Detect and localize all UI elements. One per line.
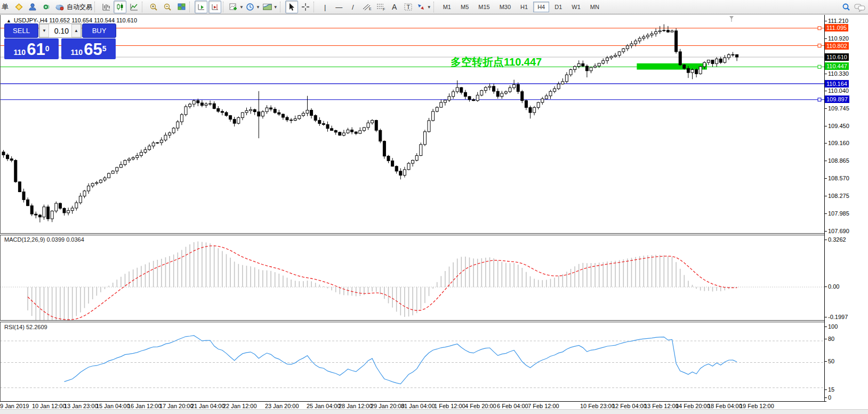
candlestick-chart-icon bbox=[116, 3, 125, 11]
candle-body bbox=[399, 171, 402, 176]
rsi-tick bbox=[824, 389, 827, 390]
zoom-in-button[interactable] bbox=[147, 1, 160, 13]
dropdown-caret: ▼ bbox=[274, 5, 278, 10]
candle-body bbox=[736, 54, 738, 57]
candle-body bbox=[103, 178, 106, 180]
volume-increase-button[interactable]: ▲ bbox=[71, 24, 81, 37]
panel-collapse-arrow[interactable]: ▲ bbox=[6, 18, 11, 23]
tile-windows-button[interactable] bbox=[175, 1, 188, 13]
periods-button[interactable]: ▼ bbox=[245, 1, 261, 13]
timeframe-D1[interactable]: D1 bbox=[550, 2, 566, 12]
price-tick bbox=[824, 108, 827, 109]
level-line-handle[interactable] bbox=[818, 44, 821, 47]
macd-pane[interactable] bbox=[0, 235, 824, 320]
candle-body bbox=[160, 140, 163, 142]
candle-body bbox=[711, 60, 714, 64]
candle-body bbox=[176, 122, 179, 128]
text-icon: A bbox=[392, 3, 397, 11]
dropdown-caret: ▼ bbox=[256, 5, 260, 10]
candle-body bbox=[245, 110, 248, 113]
candle-body bbox=[585, 66, 588, 71]
horizontal-line-tool[interactable]: — bbox=[333, 1, 345, 13]
price-badge: 110.164 bbox=[825, 80, 849, 87]
chart-shift-button[interactable] bbox=[208, 1, 221, 13]
vertical-line-tool[interactable]: | bbox=[319, 1, 332, 13]
timeframe-W1[interactable]: W1 bbox=[567, 2, 585, 12]
candle-body bbox=[545, 96, 548, 99]
indicators-icon bbox=[229, 3, 238, 11]
candle-body bbox=[493, 86, 495, 91]
auto-scroll-button[interactable] bbox=[195, 1, 207, 13]
indicators-button[interactable]: ▼ bbox=[228, 1, 244, 13]
candle-body bbox=[359, 131, 361, 133]
toolbar-separator bbox=[142, 2, 144, 12]
main-chart-pane[interactable] bbox=[0, 15, 824, 233]
channel-tool[interactable]: E bbox=[360, 1, 373, 13]
sell-price-display[interactable]: 110610 bbox=[4, 38, 59, 59]
timeframe-M1[interactable]: M1 bbox=[439, 2, 455, 12]
volume-decrease-button[interactable]: ▼ bbox=[39, 24, 49, 37]
candle-body bbox=[43, 207, 45, 217]
candle-body bbox=[119, 165, 122, 168]
trendline-tool[interactable]: / bbox=[347, 1, 359, 13]
crosshair-button[interactable] bbox=[299, 1, 312, 13]
candle-body bbox=[724, 58, 726, 62]
timeframe-MN[interactable]: MN bbox=[586, 2, 604, 12]
time-label: 1 Feb 12:00 bbox=[434, 403, 465, 409]
candle-body bbox=[480, 91, 483, 95]
text-tool[interactable]: A bbox=[388, 1, 401, 13]
candle-body bbox=[286, 117, 288, 120]
signals-button[interactable] bbox=[40, 1, 53, 13]
arrows-tool[interactable]: ▼ bbox=[416, 1, 432, 13]
fibonacci-tool[interactable]: F bbox=[374, 1, 387, 13]
candle-body bbox=[355, 132, 357, 133]
community-button[interactable] bbox=[26, 1, 39, 13]
candle-body bbox=[67, 211, 70, 213]
candle-body bbox=[671, 31, 673, 32]
timeframe-M30[interactable]: M30 bbox=[495, 2, 515, 12]
autotrade-button[interactable]: 自动交易 bbox=[54, 1, 93, 13]
toolbar: 单 自动交易 ▼ ▼ ▼ | — / E F A T ▼ bbox=[0, 0, 868, 14]
text-label-tool[interactable]: T bbox=[402, 1, 415, 13]
timeframe-H4[interactable]: H4 bbox=[533, 2, 549, 12]
candle-body bbox=[75, 203, 78, 208]
new-order-label[interactable]: 单 bbox=[2, 2, 9, 12]
bar-chart-button[interactable] bbox=[100, 1, 112, 13]
level-line-handle[interactable] bbox=[818, 65, 821, 68]
candle-body bbox=[452, 92, 455, 97]
volume-input[interactable]: 0.10 bbox=[49, 24, 71, 37]
templates-button[interactable]: ▼ bbox=[262, 1, 278, 13]
time-label: 10 Feb 23:00 bbox=[580, 403, 615, 409]
candlestick-chart-button[interactable] bbox=[114, 1, 126, 13]
line-chart-button[interactable] bbox=[127, 1, 140, 13]
candle-body bbox=[420, 145, 422, 156]
sell-price-figure: 110 bbox=[14, 47, 26, 58]
chart-annotation-text[interactable]: 多空转折点110.447 bbox=[451, 55, 542, 69]
rsi-axis-label: 15 bbox=[828, 386, 834, 393]
candle-body bbox=[35, 214, 37, 215]
level-line-handle[interactable] bbox=[818, 27, 821, 30]
candle-body bbox=[626, 46, 629, 49]
level-line-handle[interactable] bbox=[818, 98, 821, 101]
timeframe-M5[interactable]: M5 bbox=[456, 2, 473, 12]
timeframe-M15[interactable]: M15 bbox=[474, 2, 494, 12]
macd-axis-label: 0.00 bbox=[828, 283, 839, 290]
pane-separator[interactable] bbox=[0, 233, 825, 235]
zoom-out-button[interactable] bbox=[161, 1, 174, 13]
market-button[interactable] bbox=[12, 1, 25, 13]
price-tick bbox=[824, 231, 827, 232]
cursor-button[interactable] bbox=[285, 1, 298, 13]
timeframe-H1[interactable]: H1 bbox=[516, 2, 532, 12]
pane-separator[interactable] bbox=[0, 320, 825, 322]
sell-button[interactable]: SELL bbox=[4, 23, 38, 38]
time-label: 16 Jan 12:00 bbox=[127, 403, 162, 409]
rsi-pane[interactable] bbox=[0, 322, 824, 401]
buy-button[interactable]: BUY bbox=[82, 23, 116, 38]
community-icon bbox=[28, 3, 37, 11]
candle-body bbox=[537, 102, 540, 107]
search-button[interactable] bbox=[840, 1, 853, 13]
candle-body bbox=[144, 150, 147, 153]
chat-button[interactable] bbox=[854, 1, 866, 13]
candle-body bbox=[610, 57, 613, 58]
buy-price-display[interactable]: 110655 bbox=[61, 38, 116, 59]
